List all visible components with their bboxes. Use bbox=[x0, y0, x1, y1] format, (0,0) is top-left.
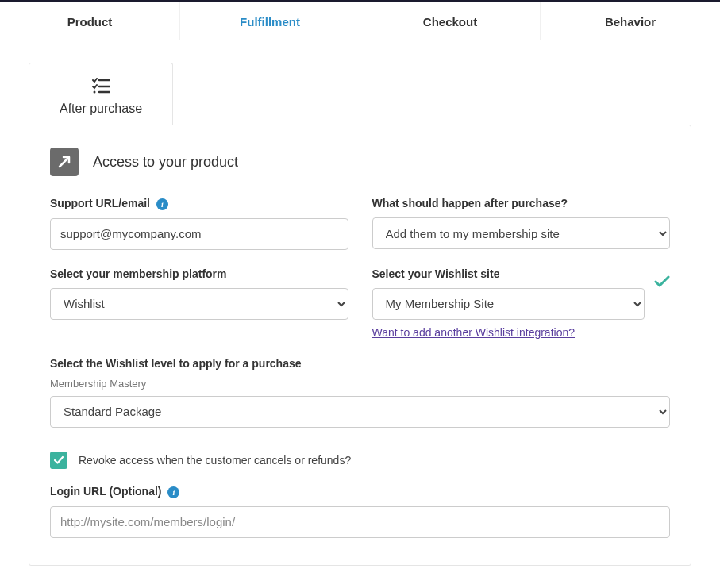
tab-fulfillment[interactable]: Fulfillment bbox=[180, 2, 360, 40]
section-header: Access to your product bbox=[50, 148, 670, 176]
access-icon bbox=[50, 148, 79, 176]
sub-tab-row: After purchase bbox=[29, 63, 691, 125]
tab-product[interactable]: Product bbox=[0, 2, 180, 40]
wishlist-level-select[interactable]: Standard Package bbox=[50, 396, 670, 428]
platform-label: Select your membership platform bbox=[50, 267, 348, 280]
wishlist-level-sublabel: Membership Mastery bbox=[50, 378, 670, 390]
main-tabs: Product Fulfillment Checkout Behavior bbox=[0, 2, 720, 40]
platform-select[interactable]: Wishlist bbox=[50, 288, 348, 320]
info-icon[interactable]: i bbox=[167, 486, 179, 498]
login-url-input[interactable] bbox=[50, 506, 670, 538]
login-url-label: Login URL (Optional) i bbox=[50, 485, 670, 498]
fulfillment-panel: Access to your product Support URL/email… bbox=[29, 125, 691, 566]
section-title: Access to your product bbox=[93, 154, 238, 171]
revoke-checkbox[interactable] bbox=[50, 452, 67, 469]
checkmark-icon bbox=[654, 275, 670, 291]
tab-checkout[interactable]: Checkout bbox=[360, 2, 541, 40]
info-icon[interactable]: i bbox=[156, 198, 168, 210]
support-label: Support URL/email i bbox=[50, 197, 348, 210]
after-purchase-select[interactable]: Add them to my membership site bbox=[372, 217, 671, 249]
svg-point-3 bbox=[94, 91, 96, 94]
sub-tab-label: After purchase bbox=[37, 102, 164, 116]
tab-behavior[interactable]: Behavior bbox=[541, 2, 720, 40]
wishlist-site-label: Select your Wishlist site bbox=[372, 267, 645, 280]
after-purchase-label: What should happen after purchase? bbox=[372, 197, 671, 209]
sub-tab-after-purchase[interactable]: After purchase bbox=[29, 63, 173, 125]
wishlist-site-select[interactable]: My Membership Site bbox=[372, 288, 645, 320]
revoke-label: Revoke access when the customer cancels … bbox=[79, 454, 351, 467]
wishlist-level-label: Select the Wishlist level to apply for a… bbox=[50, 357, 670, 370]
checklist-icon bbox=[91, 78, 110, 97]
support-input[interactable] bbox=[50, 218, 348, 250]
add-wishlist-link[interactable]: Want to add another Wishlist integration… bbox=[372, 326, 576, 339]
revoke-access-row: Revoke access when the customer cancels … bbox=[50, 452, 670, 469]
